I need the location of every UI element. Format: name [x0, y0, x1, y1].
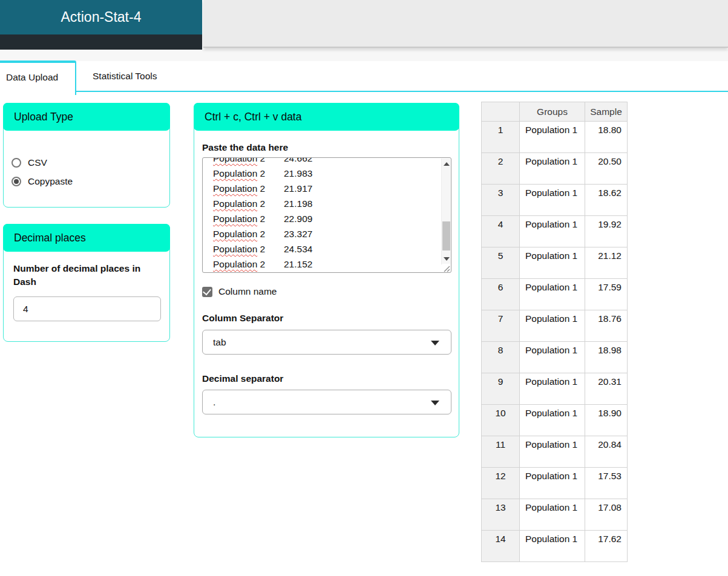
- radio-copypaste-icon[interactable]: [11, 177, 21, 186]
- row-index-cell: 11: [482, 436, 520, 468]
- sample-cell[interactable]: 18.80: [585, 122, 628, 153]
- row-index-cell: 3: [482, 185, 520, 216]
- sample-cell[interactable]: 19.92: [585, 216, 628, 247]
- header-light-strip: [0, 50, 728, 61]
- row-index-cell: 7: [482, 310, 520, 342]
- textarea-line: Population 223.327: [213, 226, 441, 241]
- row-index-cell: 14: [482, 531, 520, 562]
- app-title: Action-Stat-4: [61, 9, 142, 25]
- tab-data-upload[interactable]: Data Upload: [0, 61, 76, 95]
- sample-cell[interactable]: 17.59: [585, 279, 628, 310]
- sample-cell[interactable]: 20.31: [585, 373, 628, 405]
- row-index-cell: 12: [482, 468, 520, 499]
- data-preview-table: Groups Sample 1Population 118.802Populat…: [481, 102, 628, 562]
- header-dark-band: [0, 34, 202, 50]
- table-row: 12Population 117.53: [482, 468, 628, 499]
- table-body: 1Population 118.802Population 120.503Pop…: [482, 122, 628, 562]
- table-row: 2Population 120.50: [482, 153, 628, 185]
- group-cell[interactable]: Population 1: [520, 499, 585, 531]
- row-index-cell: 9: [482, 373, 520, 405]
- textarea-line: Population 222.909: [213, 211, 441, 226]
- group-cell[interactable]: Population 1: [520, 310, 585, 342]
- resize-grip-icon[interactable]: [442, 264, 450, 272]
- sample-cell[interactable]: 18.62: [585, 185, 628, 216]
- tabs-underline: [0, 91, 728, 92]
- column-separator-value: tab: [213, 337, 226, 348]
- column-separator-select[interactable]: tab: [202, 330, 451, 355]
- group-cell[interactable]: Population 1: [520, 247, 585, 279]
- row-index-cell: 4: [482, 216, 520, 247]
- table-row: 8Population 118.98: [482, 342, 628, 373]
- decimal-places-card-header: Decimal places: [3, 224, 170, 252]
- textarea-line: Population 221.917: [213, 181, 441, 196]
- group-cell[interactable]: Population 1: [520, 373, 585, 405]
- textarea-line: Population 224.534: [213, 241, 441, 257]
- page: Action-Stat-4 Data Upload Statistical To…: [0, 0, 728, 576]
- column-name-label: Column name: [218, 286, 277, 297]
- decimal-places-input[interactable]: [13, 296, 161, 321]
- scroll-down-icon[interactable]: [444, 257, 450, 261]
- decimal-separator-select[interactable]: .: [202, 390, 451, 414]
- radio-option-csv[interactable]: CSV: [11, 156, 47, 169]
- row-index-cell: 5: [482, 247, 520, 279]
- group-cell[interactable]: Population 1: [520, 122, 585, 153]
- decimal-places-input-label: Number of decimal places in Dash: [13, 262, 160, 289]
- paste-data-card: Ctrl + c, Ctrl + v data Paste the data h…: [194, 103, 459, 437]
- row-index-cell: 2: [482, 153, 520, 185]
- table-row: 11Population 120.84: [482, 436, 628, 468]
- sample-cell[interactable]: 20.50: [585, 153, 628, 185]
- upload-type-title: Upload Type: [14, 111, 73, 123]
- paste-data-title: Ctrl + c, Ctrl + v data: [205, 111, 301, 123]
- tab-data-upload-label: Data Upload: [6, 72, 58, 83]
- radio-copypaste-label: Copypaste: [28, 176, 73, 187]
- group-cell[interactable]: Population 1: [520, 468, 585, 499]
- group-cell[interactable]: Population 1: [520, 405, 585, 436]
- paste-textarea[interactable]: Population 224.662Population 221.983Popu…: [202, 157, 451, 273]
- sample-cell[interactable]: 18.76: [585, 310, 628, 342]
- table-row: 4Population 119.92: [482, 216, 628, 247]
- radio-csv-icon[interactable]: [11, 158, 21, 168]
- group-cell[interactable]: Population 1: [520, 531, 585, 562]
- textarea-line: Population 221.152: [213, 257, 441, 272]
- group-cell[interactable]: Population 1: [520, 185, 585, 216]
- upload-type-card-header: Upload Type: [3, 103, 170, 131]
- row-index-cell: 10: [482, 405, 520, 436]
- column-name-option[interactable]: Column name: [202, 286, 277, 297]
- scroll-up-icon[interactable]: [444, 162, 450, 166]
- row-index-cell: 1: [482, 122, 520, 153]
- scrollbar-thumb[interactable]: [442, 221, 450, 250]
- sample-cell[interactable]: 17.53: [585, 468, 628, 499]
- group-cell[interactable]: Population 1: [520, 342, 585, 373]
- textarea-line: Population 221.983: [213, 166, 441, 181]
- textarea-scrollbar[interactable]: [441, 159, 450, 264]
- table-row: 9Population 120.31: [482, 373, 628, 405]
- paste-textarea-label: Paste the data here: [202, 142, 288, 153]
- column-name-checkbox[interactable]: [202, 287, 212, 297]
- tab-statistical-tools[interactable]: Statistical Tools: [76, 62, 270, 90]
- group-cell[interactable]: Population 1: [520, 279, 585, 310]
- row-index-cell: 13: [482, 499, 520, 531]
- radio-csv-label: CSV: [28, 157, 47, 168]
- paste-data-card-header: Ctrl + c, Ctrl + v data: [194, 103, 459, 131]
- sample-cell[interactable]: 18.90: [585, 405, 628, 436]
- table-row: 3Population 118.62: [482, 185, 628, 216]
- sample-cell[interactable]: 17.62: [585, 531, 628, 562]
- upload-type-card: Upload Type CSV Copypaste: [3, 103, 170, 208]
- sample-cell[interactable]: 21.12: [585, 247, 628, 279]
- table-row: 7Population 118.76: [482, 310, 628, 342]
- decimal-separator-label: Decimal separator: [202, 373, 283, 384]
- sample-cell[interactable]: 17.08: [585, 499, 628, 531]
- column-separator-label: Column Separator: [202, 313, 283, 324]
- sample-column-header: Sample: [585, 102, 628, 122]
- row-index-cell: 8: [482, 342, 520, 373]
- table-row: 1Population 118.80: [482, 122, 628, 153]
- table-row: 6Population 117.59: [482, 279, 628, 310]
- sample-cell[interactable]: 18.98: [585, 342, 628, 373]
- group-cell[interactable]: Population 1: [520, 153, 585, 185]
- tab-statistical-tools-label: Statistical Tools: [93, 71, 157, 82]
- sample-cell[interactable]: 20.84: [585, 436, 628, 468]
- groups-column-header: Groups: [520, 102, 585, 122]
- radio-option-copypaste[interactable]: Copypaste: [11, 175, 73, 188]
- group-cell[interactable]: Population 1: [520, 216, 585, 247]
- group-cell[interactable]: Population 1: [520, 436, 585, 468]
